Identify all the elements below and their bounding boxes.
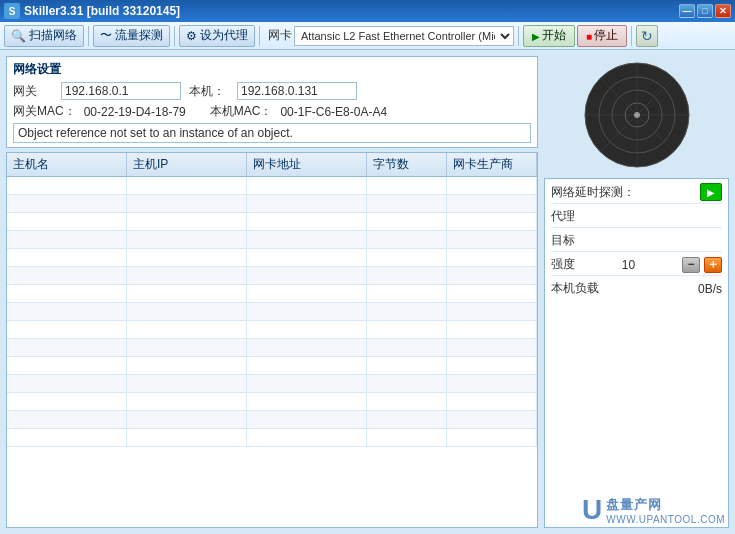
- nic-select[interactable]: Attansic L2 Fast Ethernet Controller (Mi…: [294, 26, 514, 46]
- flow-icon: [100, 27, 112, 44]
- network-info-panel: 网络延时探测： 代理 目标 强度 10 － ＋: [544, 178, 729, 528]
- app-icon: S: [4, 3, 20, 19]
- table-row: [7, 429, 537, 447]
- set-proxy-button[interactable]: 设为代理: [179, 25, 255, 47]
- table-row: [7, 195, 537, 213]
- main-content: 网络设置 网关 本机： 网关MAC： 00-22-19-D4-18-79 本机M…: [0, 50, 735, 534]
- titlebar-buttons: — □ ✕: [679, 4, 731, 18]
- table-row: [7, 267, 537, 285]
- table-row: [7, 357, 537, 375]
- table-row: [7, 213, 537, 231]
- watermark-text: 盘量产网 WWW.UPANTOOL.COM: [606, 496, 725, 525]
- stop-icon: [586, 29, 592, 43]
- flow-detect-button[interactable]: 流量探测: [93, 25, 170, 47]
- app-title: Skiller3.31 [build 33120145]: [24, 4, 679, 18]
- local-load-row: 本机负载 0B/s: [551, 280, 722, 299]
- table-row: [7, 321, 537, 339]
- table-row: [7, 375, 537, 393]
- strength-controls: － ＋: [682, 257, 722, 273]
- maximize-button[interactable]: □: [697, 4, 713, 18]
- proxy-row: 代理: [551, 208, 722, 228]
- stop-button[interactable]: 停止: [577, 25, 627, 47]
- scan-icon: [11, 29, 26, 43]
- network-settings-panel: 网络设置 网关 本机： 网关MAC： 00-22-19-D4-18-79 本机M…: [6, 56, 538, 148]
- target-label: 目标: [551, 232, 575, 249]
- start-label: 开始: [542, 27, 566, 44]
- col-bytes: 字节数: [367, 153, 447, 176]
- col-vendor: 网卡生产商: [447, 153, 537, 176]
- separator4: [518, 26, 519, 46]
- target-row: 目标: [551, 232, 722, 252]
- strength-value: 10: [622, 258, 635, 272]
- table-row: [7, 285, 537, 303]
- table-row: [7, 303, 537, 321]
- strength-row: 强度 10 － ＋: [551, 256, 722, 276]
- gateway-input[interactable]: [61, 82, 181, 100]
- proxy-label: 设为代理: [200, 27, 248, 44]
- strength-minus-button[interactable]: －: [682, 257, 700, 273]
- local-label: 本机：: [189, 83, 229, 100]
- col-ip: 主机IP: [127, 153, 247, 176]
- gateway-mac-label: 网关MAC：: [13, 103, 76, 120]
- gateway-mac-value: 00-22-19-D4-18-79: [84, 105, 186, 119]
- local-load-label: 本机负载: [551, 280, 599, 297]
- flow-label: 流量探测: [115, 27, 163, 44]
- left-panel: 网络设置 网关 本机： 网关MAC： 00-22-19-D4-18-79 本机M…: [6, 56, 538, 528]
- minimize-button[interactable]: —: [679, 4, 695, 18]
- table-row: [7, 177, 537, 195]
- hosts-table: 主机名 主机IP 网卡地址 字节数 网卡生产商: [6, 152, 538, 528]
- toolbar: 扫描网络 流量探测 设为代理 网卡 Attansic L2 Fast Ether…: [0, 22, 735, 50]
- gateway-label: 网关: [13, 83, 53, 100]
- separator5: [631, 26, 632, 46]
- stop-label: 停止: [594, 27, 618, 44]
- start-icon: [532, 29, 540, 43]
- col-mac: 网卡地址: [247, 153, 367, 176]
- separator1: [88, 26, 89, 46]
- radar-container: [544, 56, 729, 174]
- close-button[interactable]: ✕: [715, 4, 731, 18]
- separator2: [174, 26, 175, 46]
- table-row: [7, 393, 537, 411]
- watermark-u: U: [582, 494, 602, 526]
- proxy-label: 代理: [551, 208, 575, 225]
- right-panel: 网络延时探测： 代理 目标 强度 10 － ＋: [544, 56, 729, 528]
- error-message: Object reference not set to an instance …: [13, 123, 531, 143]
- table-row: [7, 411, 537, 429]
- radar-display: [582, 60, 692, 170]
- watermark-line1: 盘量产网: [606, 496, 725, 514]
- gateway-row: 网关 本机：: [13, 82, 531, 100]
- table-row: [7, 249, 537, 267]
- start-button[interactable]: 开始: [523, 25, 575, 47]
- local-mac-value: 00-1F-C6-E8-0A-A4: [280, 105, 387, 119]
- network-settings-title: 网络设置: [13, 61, 531, 78]
- local-ip-input[interactable]: [237, 82, 357, 100]
- nic-label: 网卡: [268, 27, 292, 44]
- table-header: 主机名 主机IP 网卡地址 字节数 网卡生产商: [7, 153, 537, 177]
- net-delay-button[interactable]: [700, 183, 722, 201]
- arrow-icon: [707, 185, 715, 199]
- strength-label: 强度: [551, 256, 575, 273]
- scan-label: 扫描网络: [29, 27, 77, 44]
- titlebar: S Skiller3.31 [build 33120145] — □ ✕: [0, 0, 735, 22]
- local-mac-label: 本机MAC：: [210, 103, 273, 120]
- separator3: [259, 26, 260, 46]
- refresh-icon: [641, 28, 653, 44]
- net-delay-label: 网络延时探测：: [551, 184, 635, 201]
- strength-plus-button[interactable]: ＋: [704, 257, 722, 273]
- watermark-line2: WWW.UPANTOOL.COM: [606, 514, 725, 525]
- table-row: [7, 231, 537, 249]
- refresh-button[interactable]: [636, 25, 658, 47]
- watermark: U 盘量产网 WWW.UPANTOOL.COM: [582, 494, 725, 526]
- scan-network-button[interactable]: 扫描网络: [4, 25, 84, 47]
- net-delay-row: 网络延时探测：: [551, 183, 722, 204]
- mac-row: 网关MAC： 00-22-19-D4-18-79 本机MAC： 00-1F-C6…: [13, 103, 531, 120]
- col-hostname: 主机名: [7, 153, 127, 176]
- table-body: [7, 177, 537, 447]
- table-row: [7, 339, 537, 357]
- local-load-value: 0B/s: [698, 282, 722, 296]
- proxy-icon: [186, 29, 197, 43]
